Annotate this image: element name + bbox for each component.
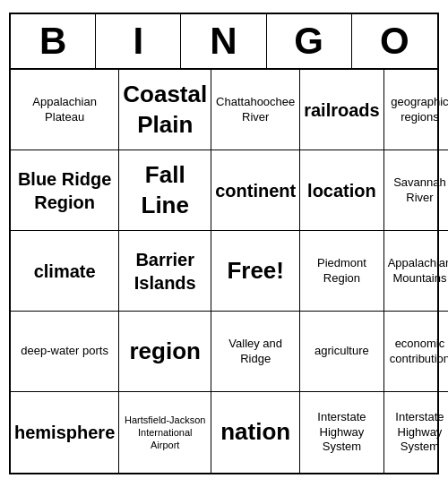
bingo-cell-19: economic contribution <box>384 312 448 392</box>
bingo-cell-2: Chattahoochee River <box>211 70 300 150</box>
bingo-header: BINGO <box>11 14 437 70</box>
bingo-cell-20: hemisphere <box>11 392 119 473</box>
bingo-cell-23: Interstate Highway System <box>300 392 383 473</box>
bingo-cell-16: region <box>119 312 211 392</box>
bingo-letter-o: O <box>352 14 437 68</box>
bingo-cell-22: nation <box>211 392 300 473</box>
bingo-cell-7: continent <box>211 150 300 231</box>
bingo-cell-9: Savannah River <box>384 150 448 231</box>
bingo-cell-8: location <box>300 150 383 231</box>
bingo-cell-6: Fall Line <box>119 150 211 231</box>
bingo-cell-15: deep-water ports <box>11 312 119 392</box>
bingo-cell-12: Free! <box>211 231 300 312</box>
bingo-cell-3: railroads <box>300 70 383 150</box>
bingo-cell-24: Interstate Highway System <box>384 392 448 473</box>
bingo-letter-i: I <box>96 14 181 68</box>
bingo-cell-17: Valley and Ridge <box>211 312 300 392</box>
bingo-cell-1: Coastal Plain <box>119 70 211 150</box>
bingo-cell-13: Piedmont Region <box>300 231 383 312</box>
bingo-cell-10: climate <box>11 231 119 312</box>
bingo-cell-0: Appalachian Plateau <box>11 70 119 150</box>
bingo-letter-n: N <box>181 14 266 68</box>
bingo-cell-5: Blue Ridge Region <box>11 150 119 231</box>
bingo-letter-g: G <box>267 14 352 68</box>
bingo-cell-14: Appalachian Mountains <box>384 231 448 312</box>
bingo-cell-21: Hartsfield-Jackson International Airport <box>119 392 211 473</box>
bingo-grid: Appalachian PlateauCoastal PlainChattaho… <box>11 70 437 473</box>
bingo-card: BINGO Appalachian PlateauCoastal PlainCh… <box>9 13 439 474</box>
bingo-cell-4: geographic regions <box>384 70 448 150</box>
bingo-letter-b: B <box>11 14 96 68</box>
bingo-cell-18: agriculture <box>300 312 383 392</box>
bingo-cell-11: Barrier Islands <box>119 231 211 312</box>
